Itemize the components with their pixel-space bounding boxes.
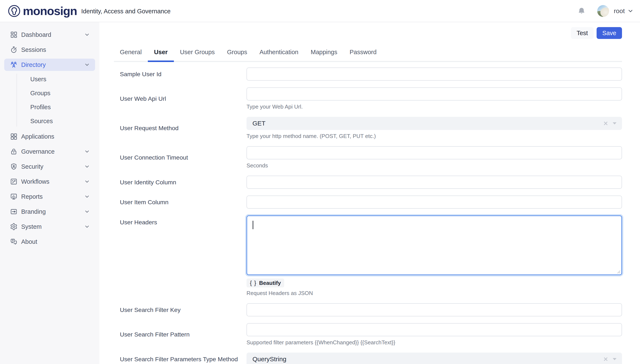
shield-user-icon	[10, 163, 18, 170]
sidebar-item-workflows[interactable]: Workflows	[4, 176, 95, 188]
selected-value: GET	[252, 120, 266, 127]
toolbar: Test Save	[120, 27, 622, 39]
sidebar-item-sessions[interactable]: Sessions	[4, 44, 95, 56]
resize-grip-icon[interactable]	[616, 269, 620, 274]
user-web-api-url-input[interactable]	[247, 88, 622, 100]
dropdown-caret-icon[interactable]	[612, 122, 617, 125]
monitor-chart-icon	[10, 193, 18, 200]
sidebar-item-governance[interactable]: Governance	[4, 146, 95, 158]
brand-wordmark: monosign	[23, 4, 77, 18]
user-connection-timeout-input[interactable]	[247, 146, 622, 159]
sidebar-item-groups[interactable]: Groups	[30, 88, 99, 98]
user-search-filter-pattern-input[interactable]	[247, 323, 622, 336]
sample-user-id-input[interactable]	[247, 68, 622, 81]
sidebar-item-label: Governance	[21, 148, 55, 155]
form-row: Sample User Id	[120, 68, 622, 81]
form-row: User Request Method GET Type your http m…	[120, 117, 622, 140]
tab-groups[interactable]: Groups	[227, 45, 247, 61]
field-helper: Type your Web Api Url.	[247, 104, 622, 110]
user-search-filter-key-input[interactable]	[247, 303, 622, 316]
form-row: User Headers { } Beautify Request Header…	[120, 216, 622, 296]
dashboard-icon	[10, 31, 18, 38]
sidebar-item-label: Branding	[21, 208, 46, 215]
sidebar-item-applications[interactable]: Applications	[4, 130, 95, 143]
chevron-down-icon	[84, 178, 90, 184]
field-helper: Seconds	[247, 162, 622, 169]
clear-icon[interactable]	[603, 356, 608, 362]
user-headers-textarea[interactable]	[247, 216, 622, 275]
sidebar-item-sources[interactable]: Sources	[30, 116, 99, 126]
field-label: Sample User Id	[120, 71, 247, 78]
tab-password[interactable]: Password	[350, 45, 377, 61]
selected-value: QueryString	[252, 356, 286, 363]
dropdown-caret-icon[interactable]	[612, 358, 617, 360]
field-label: User Search Filter Key	[120, 306, 247, 314]
field-label: User Search Filter Parameters Type Metho…	[120, 356, 247, 363]
text-cursor	[253, 221, 253, 229]
sidebar-item-about[interactable]: About	[4, 236, 95, 248]
users-icon	[10, 61, 18, 68]
sidebar-item-system[interactable]: System	[4, 220, 95, 233]
chevron-down-icon	[84, 148, 90, 154]
gear-icon	[10, 223, 18, 230]
sidebar-item-label: Directory	[21, 61, 46, 68]
beautify-button[interactable]: { } Beautify	[247, 278, 284, 288]
monosign-keyhole-icon	[8, 4, 21, 18]
chevron-down-icon	[84, 224, 90, 230]
chevron-down-icon	[84, 209, 90, 214]
form-row: User Web Api Url Type your Web Api Url.	[120, 88, 622, 110]
user-item-column-input[interactable]	[247, 196, 622, 209]
sidebar-item-directory[interactable]: Directory	[4, 58, 95, 71]
field-helper: Supported filter parameters {{WhenChange…	[247, 339, 622, 346]
tab-user-groups[interactable]: User Groups	[180, 45, 215, 61]
sidebar-item-label: Workflows	[21, 178, 49, 185]
field-label: User Item Column	[120, 199, 247, 206]
field-label: User Search Filter Pattern	[120, 331, 247, 338]
form-row: User Search Filter Parameters Type Metho…	[120, 352, 622, 364]
sidebar-item-reports[interactable]: Reports	[4, 190, 95, 203]
notification-bell-icon[interactable]	[577, 7, 586, 15]
sidebar-item-branding[interactable]: Branding	[4, 206, 95, 218]
sidebar-item-dashboard[interactable]: Dashboard	[4, 28, 95, 41]
sidebar: Dashboard Sessions Directory Users Group…	[0, 22, 99, 364]
sidebar-item-security[interactable]: Security	[4, 160, 95, 173]
save-button[interactable]: Save	[596, 27, 622, 39]
tab-general[interactable]: General	[120, 45, 142, 61]
user-search-filter-parameters-type-method-select[interactable]: QueryString	[247, 352, 622, 364]
form-row: User Identity Column	[120, 176, 622, 189]
user-avatar[interactable]	[597, 5, 609, 17]
tab-authentication[interactable]: Authentication	[259, 45, 298, 61]
user-request-method-select[interactable]: GET	[247, 117, 622, 130]
field-helper: Type your http method name. (POST, GET, …	[247, 133, 622, 140]
tab-mappings[interactable]: Mappings	[311, 45, 337, 61]
apps-grid-icon	[10, 133, 18, 140]
sliders-icon	[10, 208, 18, 216]
main-content: Test Save General User User Groups Group…	[99, 22, 640, 364]
sidebar-subitem-label: Users	[30, 76, 46, 83]
sidebar-subitem-label: Profiles	[30, 104, 51, 111]
directory-submenu: Users Groups Profiles Sources	[17, 74, 99, 126]
sidebar-item-label: Dashboard	[21, 31, 51, 38]
user-menu-chevron-icon[interactable]	[627, 8, 634, 14]
clear-icon[interactable]	[603, 121, 608, 126]
beautify-label: Beautify	[259, 280, 281, 286]
sidebar-item-users[interactable]: Users	[30, 74, 99, 85]
sidebar-item-profiles[interactable]: Profiles	[30, 102, 99, 112]
test-button[interactable]: Test	[571, 27, 594, 39]
field-label: User Request Method	[120, 125, 247, 132]
field-helper: Request Headers as JSON	[247, 290, 622, 296]
tab-user[interactable]: User	[154, 45, 168, 61]
sidebar-item-label: System	[21, 223, 42, 230]
lock-icon	[10, 148, 18, 155]
form-row: User Connection Timeout Seconds	[120, 146, 622, 169]
sidebar-subitem-label: Groups	[30, 90, 51, 97]
stopwatch-icon	[10, 46, 18, 54]
brand-logo[interactable]: monosign	[8, 4, 77, 18]
brand-tagline: Identity, Access and Governance	[81, 8, 171, 15]
form-row: User Search Filter Key	[120, 303, 622, 316]
field-label: User Identity Column	[120, 179, 247, 186]
braces-icon: { }	[250, 280, 257, 286]
user-identity-column-input[interactable]	[247, 176, 622, 189]
sidebar-item-label: About	[21, 238, 37, 245]
sidebar-item-label: Applications	[21, 133, 54, 140]
